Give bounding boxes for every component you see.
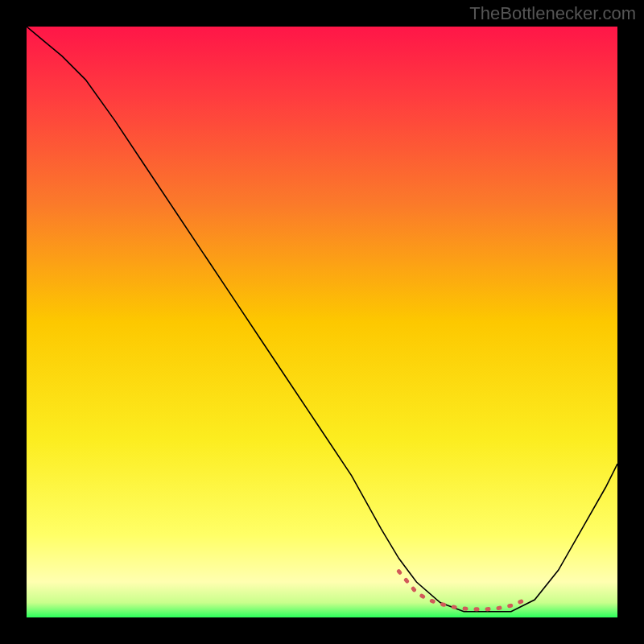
gradient-background <box>27 27 617 617</box>
bottleneck-chart <box>27 27 617 617</box>
watermark-text: TheBottlenecker.com <box>469 3 636 24</box>
